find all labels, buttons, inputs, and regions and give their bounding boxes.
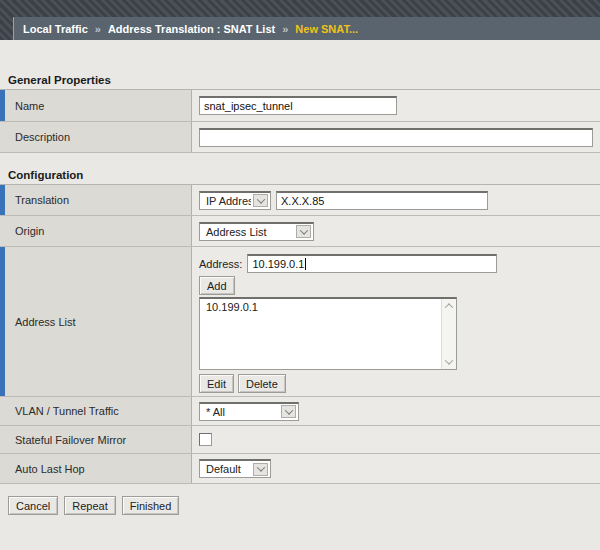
repeat-button[interactable]: Repeat: [64, 496, 115, 515]
address-listbox[interactable]: 10.199.0.1: [199, 297, 457, 370]
translation-address-input[interactable]: [276, 191, 488, 210]
edit-button[interactable]: Edit: [199, 374, 234, 393]
description-label: Description: [0, 122, 192, 152]
configuration-title: Configuration: [8, 153, 600, 181]
breadcrumb: Local Traffic » Address Translation : SN…: [13, 17, 600, 40]
vlan-traffic-value: * All: [200, 406, 279, 418]
breadcrumb-separator-icon: »: [95, 23, 101, 35]
name-label: Name: [0, 90, 192, 121]
translation-label: Translation: [0, 185, 192, 215]
general-properties-table: Name Description: [0, 89, 600, 153]
text-caret: [305, 258, 306, 270]
auto-last-hop-row: Auto Last Hop Default: [0, 454, 600, 484]
breadcrumb-snat-list[interactable]: Address Translation : SNAT List: [108, 23, 275, 35]
chevron-down-icon: [296, 225, 311, 238]
general-properties-title: General Properties: [8, 40, 600, 86]
description-row: Description: [0, 122, 600, 153]
chevron-down-icon: [253, 463, 268, 476]
auto-last-hop-select[interactable]: Default: [199, 459, 271, 478]
chevron-down-icon: [253, 194, 268, 207]
auto-last-hop-value: Default: [200, 463, 251, 475]
configuration-table: Translation IP Address Origin Address Li…: [0, 184, 600, 484]
address-list-row: Address List Address: 10.199.0.1 Add 10.…: [0, 247, 600, 397]
delete-button[interactable]: Delete: [238, 374, 286, 393]
origin-label: Origin: [0, 216, 192, 246]
chevron-down-icon: [281, 405, 296, 418]
address-field-label: Address:: [199, 258, 242, 270]
address-list-label: Address List: [0, 247, 192, 396]
add-button[interactable]: Add: [199, 276, 235, 295]
origin-value: Address List: [200, 226, 294, 238]
snat-create-page: Local Traffic » Address Translation : SN…: [0, 0, 600, 550]
breadcrumb-current-new-snat: New SNAT...: [295, 23, 358, 35]
top-hatched-band: Local Traffic » Address Translation : SN…: [0, 0, 600, 40]
origin-select[interactable]: Address List: [199, 222, 314, 241]
breadcrumb-separator-icon: »: [282, 23, 288, 35]
vlan-traffic-select[interactable]: * All: [199, 402, 299, 421]
scroll-down-icon[interactable]: [445, 356, 453, 364]
breadcrumb-local-traffic[interactable]: Local Traffic: [23, 23, 88, 35]
description-input[interactable]: [199, 128, 593, 147]
listbox-scrollbar[interactable]: [441, 299, 456, 369]
address-input[interactable]: 10.199.0.1: [247, 254, 497, 273]
name-input[interactable]: [199, 96, 397, 115]
auto-last-hop-label: Auto Last Hop: [0, 454, 192, 483]
vlan-tunnel-traffic-label: VLAN / Tunnel Traffic: [0, 397, 192, 425]
name-row: Name: [0, 90, 600, 122]
finished-button[interactable]: Finished: [122, 496, 180, 515]
stateful-failover-mirror-label: Stateful Failover Mirror: [0, 426, 192, 453]
listbox-item[interactable]: 10.199.0.1: [200, 299, 456, 315]
vlan-tunnel-traffic-row: VLAN / Tunnel Traffic * All: [0, 397, 600, 426]
form-actions: Cancel Repeat Finished: [8, 496, 600, 515]
translation-row: Translation IP Address: [0, 185, 600, 216]
mirror-checkbox[interactable]: [199, 433, 212, 446]
scroll-up-icon[interactable]: [445, 303, 453, 311]
stateful-failover-mirror-row: Stateful Failover Mirror: [0, 426, 600, 454]
translation-type-select[interactable]: IP Address: [199, 191, 271, 210]
cancel-button[interactable]: Cancel: [8, 496, 58, 515]
translation-type-value: IP Address: [200, 195, 251, 207]
origin-row: Origin Address List: [0, 216, 600, 247]
address-input-value: 10.199.0.1: [252, 258, 304, 270]
